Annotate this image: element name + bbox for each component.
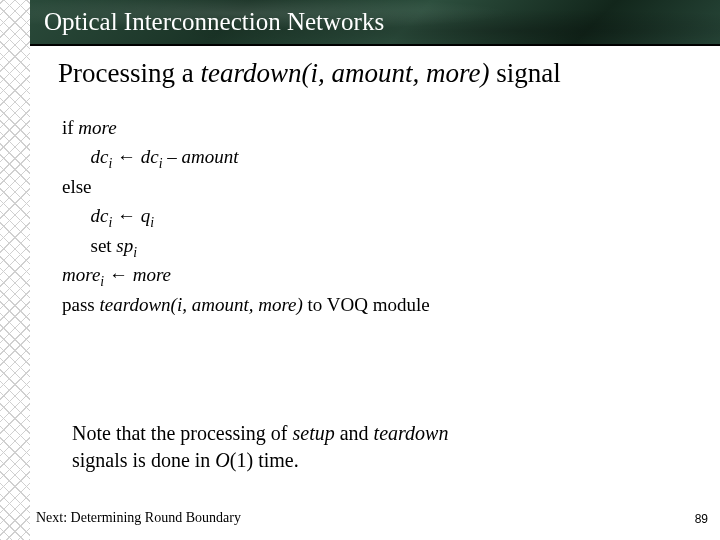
algo-line-else: else — [62, 172, 688, 201]
heading-suffix: signal — [489, 58, 560, 88]
slide-title: Optical Interconnection Networks — [44, 8, 384, 36]
algo-line-dc-minus: dci ← dci – amount — [62, 142, 688, 171]
heading-signal: teardown(i, amount, more) — [200, 58, 489, 88]
algo-line-set-sp: set spi — [62, 231, 688, 260]
slide: Optical Interconnection Networks Process… — [0, 0, 720, 540]
algo-line-if: if more — [62, 113, 688, 142]
title-underline — [30, 44, 720, 46]
note-text: Note that the processing of setup and te… — [72, 420, 632, 474]
footer-next-label: Next: Determining Round Boundary — [36, 510, 241, 526]
slide-heading: Processing a teardown(i, amount, more) s… — [58, 58, 688, 89]
title-bar-bg: Optical Interconnection Networks — [30, 0, 720, 44]
algo-line-more-assign: morei ← more — [62, 260, 688, 289]
content-area: Processing a teardown(i, amount, more) s… — [58, 58, 688, 319]
heading-prefix: Processing a — [58, 58, 200, 88]
title-bar: Optical Interconnection Networks — [30, 0, 720, 44]
left-pattern-strip — [0, 0, 30, 540]
page-number: 89 — [695, 512, 708, 526]
algo-line-dc-q: dci ← qi — [62, 201, 688, 230]
algo-line-pass: pass teardown(i, amount, more) to VOQ mo… — [62, 290, 688, 319]
algorithm-block: if more dci ← dci – amount else dci ← qi… — [58, 113, 688, 319]
